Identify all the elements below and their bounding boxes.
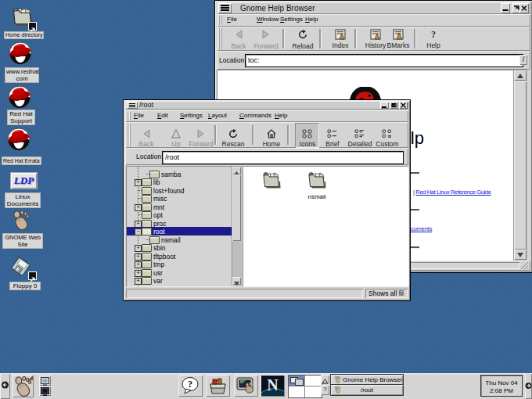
svg-text:N: N	[267, 376, 279, 394]
svg-text:?: ?	[188, 379, 192, 390]
svg-text:?: ?	[431, 29, 436, 40]
